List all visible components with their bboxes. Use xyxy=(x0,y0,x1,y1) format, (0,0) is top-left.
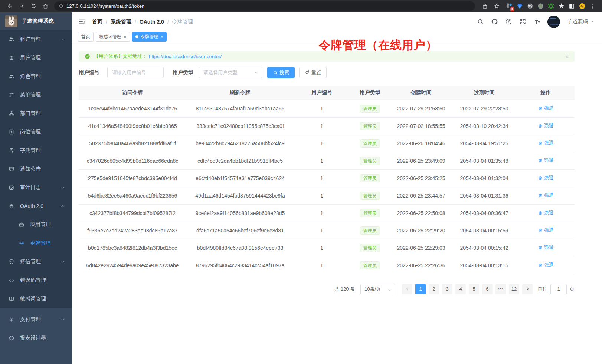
access-token-cell: f9336e7c7dd242a283ee98dc86b17a87 xyxy=(79,222,186,239)
sidebar-item-pay[interactable]: 支付管理 xyxy=(0,310,72,329)
sidebar-item-sensitive[interactable]: 敏感词管理 xyxy=(0,289,72,308)
sidebar-item-user[interactable]: 用户管理 xyxy=(0,49,72,67)
sidebar-item-sms[interactable]: 短信管理 xyxy=(0,252,72,271)
sidebar-item-dict[interactable]: 字典管理 xyxy=(0,141,72,160)
page-button-4[interactable]: 4 xyxy=(455,284,466,294)
page-button-2[interactable]: 2 xyxy=(429,284,439,294)
trash-icon xyxy=(538,228,543,233)
sidebar-item-notice[interactable]: 通知公告 xyxy=(0,160,72,178)
sidebar-item-dept[interactable]: 部门管理 xyxy=(0,104,72,123)
chat-icon xyxy=(9,166,14,172)
reload-button[interactable] xyxy=(29,1,38,11)
user-type-select[interactable] xyxy=(199,67,262,78)
tab-敏感词管理[interactable]: 敏感词管理× xyxy=(96,32,130,42)
user-type-badge: 管理员 xyxy=(360,244,380,252)
font-size-icon[interactable] xyxy=(533,18,540,25)
user-id-cell: 1 xyxy=(294,100,350,117)
sidebar-item-oauth-app[interactable]: 应用管理 xyxy=(0,215,72,234)
avatar[interactable] xyxy=(547,16,560,28)
tab-close-icon[interactable]: × xyxy=(124,34,127,39)
record-circle-icon[interactable] xyxy=(536,2,545,11)
force-logout-button[interactable]: 强退 xyxy=(538,175,554,181)
user-icon xyxy=(9,55,14,61)
action-cell: 强退 xyxy=(517,117,575,135)
breadcrumb-separator: / xyxy=(106,19,107,25)
goto-page-input[interactable] xyxy=(550,284,567,294)
sidebar-item-oauth[interactable]: OAuth 2.0 xyxy=(0,197,72,215)
page-button-5[interactable]: 5 xyxy=(469,284,479,294)
alert-close-icon[interactable]: × xyxy=(565,54,569,59)
sidebar-item-role[interactable]: 角色管理 xyxy=(0,67,72,86)
split-square-icon[interactable] xyxy=(567,2,576,11)
page-button-12[interactable]: 12 xyxy=(509,284,519,294)
sidebar-item-report[interactable]: 报表设计器 xyxy=(0,329,72,347)
forward-button[interactable] xyxy=(17,1,26,11)
user-type-cell: 管理员 xyxy=(350,117,390,135)
back-button[interactable] xyxy=(5,1,14,11)
page-ellipsis[interactable]: ••• xyxy=(495,284,506,294)
page-button-3[interactable]: 3 xyxy=(442,284,452,294)
sidebar-item-audit[interactable]: 审计日志 xyxy=(0,178,72,197)
force-logout-button[interactable]: 强退 xyxy=(538,192,554,199)
question-icon[interactable] xyxy=(505,18,512,25)
page-button-6[interactable]: 6 xyxy=(482,284,493,294)
force-logout-button[interactable]: 强退 xyxy=(538,140,554,146)
force-logout-button[interactable]: 强退 xyxy=(538,105,554,112)
force-logout-button[interactable]: 强退 xyxy=(538,122,554,129)
sidebar-item-label: 敏感词管理 xyxy=(20,295,46,302)
github-icon[interactable] xyxy=(491,18,498,25)
shield-icon xyxy=(9,259,14,265)
fullscreen-icon[interactable] xyxy=(519,18,526,25)
chevron-down-icon xyxy=(60,37,65,42)
force-logout-button[interactable]: 强退 xyxy=(538,262,554,268)
user-type-badge: 管理员 xyxy=(360,226,380,235)
cmd-circle-icon[interactable] xyxy=(526,2,534,11)
breadcrumb-item[interactable]: OAuth 2.0 xyxy=(140,19,164,25)
column-header: 访问令牌 xyxy=(79,86,186,100)
force-logout-button[interactable]: 强退 xyxy=(538,157,554,164)
sidebar-item-post[interactable]: 岗位管理 xyxy=(0,123,72,141)
tab-close-icon[interactable]: × xyxy=(161,34,164,39)
force-logout-button[interactable]: 强退 xyxy=(538,244,554,251)
next-page-button[interactable] xyxy=(522,284,533,294)
green-star-icon[interactable] xyxy=(546,2,555,11)
white-star-icon[interactable] xyxy=(557,2,566,11)
column-header: 过期时间 xyxy=(452,86,517,100)
prev-page-button[interactable] xyxy=(402,284,412,294)
force-logout-button[interactable]: 强退 xyxy=(538,227,554,234)
doc-link[interactable]: https://doc.iocoder.cn/user-center/ xyxy=(149,54,222,59)
user-type-select-input[interactable] xyxy=(199,67,262,78)
user-menu[interactable]: 芋道源码 xyxy=(567,19,595,25)
app-logo-bar[interactable]: 芋道管理系统 xyxy=(0,12,72,30)
tab-令牌管理[interactable]: 令牌管理× xyxy=(132,32,167,42)
code-icon xyxy=(9,277,14,283)
reset-button[interactable]: 重置 xyxy=(299,67,327,78)
browser-menu-button[interactable] xyxy=(588,1,597,11)
page-size-select[interactable]: 10条/页 xyxy=(360,284,395,294)
tags-view-bar: 首页敏感词管理×令牌管理× xyxy=(72,31,602,42)
force-logout-button[interactable]: 强退 xyxy=(538,209,554,216)
emoji-face-icon[interactable] xyxy=(578,2,586,11)
expire-time-cell: 2054-03-10 20:42:34 xyxy=(452,117,517,135)
site-info-icon[interactable] xyxy=(59,4,63,9)
ext-grid-icon[interactable]: 9 xyxy=(505,2,514,11)
table-row: 502375b8040a469a9b82188afdf6af1fbe90422b… xyxy=(79,135,575,152)
search-button[interactable]: 搜索 xyxy=(267,67,295,78)
search-icon[interactable] xyxy=(477,18,484,25)
breadcrumb-item[interactable]: 首页 xyxy=(92,19,102,25)
user-id-input[interactable] xyxy=(107,67,164,78)
sidebar-item-menu[interactable]: 菜单管理 xyxy=(0,86,72,104)
user-type-cell: 管理员 xyxy=(350,169,390,187)
breadcrumb-item[interactable]: 系统管理 xyxy=(111,19,131,25)
sidebar-item-errcode[interactable]: 错误码管理 xyxy=(0,271,72,289)
star-icon[interactable] xyxy=(492,1,501,11)
tab-首页[interactable]: 首页 xyxy=(78,32,94,42)
sidebar-item-oauth-token[interactable]: 令牌管理 xyxy=(0,234,72,252)
page-button-1[interactable]: 1 xyxy=(415,284,426,294)
share-icon[interactable] xyxy=(480,1,490,11)
home-button[interactable] xyxy=(40,1,50,11)
gem-icon[interactable] xyxy=(515,2,524,11)
sidebar-item-tenant[interactable]: 租户管理 xyxy=(0,30,72,49)
address-bar[interactable]: 127.0.0.1:1024/system/oauth2/token xyxy=(54,1,475,11)
sidebar-collapse-icon[interactable] xyxy=(78,18,85,26)
